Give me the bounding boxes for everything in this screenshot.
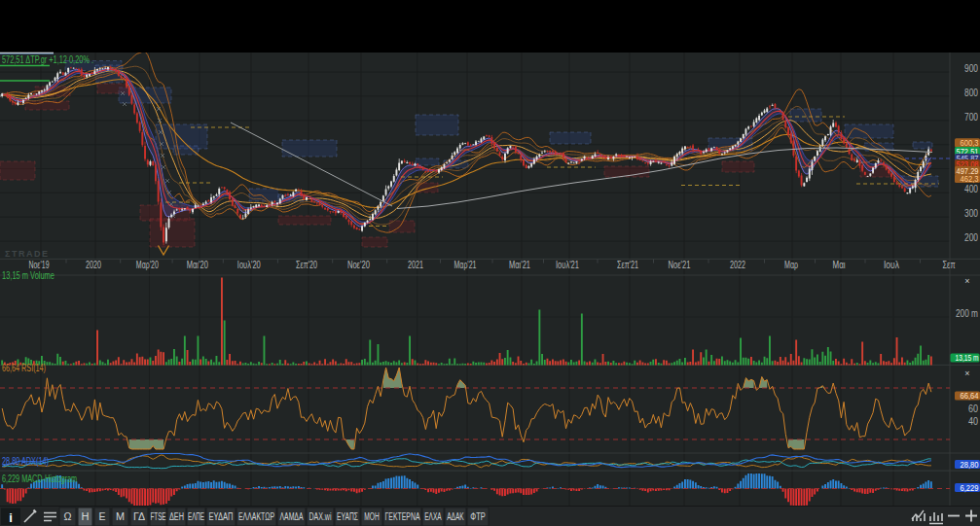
svg-text:Μαρ'21: Μαρ'21 bbox=[454, 260, 477, 270]
svg-text:i: i bbox=[9, 510, 13, 525]
svg-text:×: × bbox=[964, 368, 969, 378]
svg-text:ΔΕΗ: ΔΕΗ bbox=[169, 511, 184, 522]
svg-text:6,229 MACD-Histogram: 6,229 MACD-Histogram bbox=[2, 473, 77, 484]
svg-text:300: 300 bbox=[964, 208, 978, 219]
svg-text:28,80 ADX(14): 28,80 ADX(14) bbox=[2, 456, 49, 467]
svg-text:2022: 2022 bbox=[730, 260, 745, 270]
svg-text:ΓΔ: ΓΔ bbox=[133, 511, 145, 522]
svg-text:400: 400 bbox=[964, 184, 978, 194]
svg-text:Μαι'20: Μαι'20 bbox=[187, 260, 208, 270]
svg-text:Ω: Ω bbox=[64, 511, 73, 522]
svg-text:ΦΤΡ: ΦΤΡ bbox=[470, 511, 486, 522]
svg-text:800: 800 bbox=[964, 88, 978, 98]
svg-text:ΓΕΚΤΕΡΝΑ: ΓΕΚΤΕΡΝΑ bbox=[385, 511, 420, 522]
svg-text:200: 200 bbox=[964, 232, 978, 243]
svg-text:ΕΥΑΠΣ: ΕΥΑΠΣ bbox=[337, 511, 358, 522]
svg-text:66,64: 66,64 bbox=[961, 391, 979, 401]
svg-text:ΕΛΠΕ: ΕΛΠΕ bbox=[188, 511, 204, 522]
svg-text:ΕΛΛΑΚΤΩΡ: ΕΛΛΑΚΤΩΡ bbox=[238, 511, 274, 522]
svg-text:Σεπ'21: Σεπ'21 bbox=[617, 260, 638, 270]
svg-text:ΑΔΑΚ: ΑΔΑΚ bbox=[447, 511, 464, 522]
svg-text:Μαρ'20: Μαρ'20 bbox=[136, 260, 159, 270]
svg-text:ΕΥΔΑΠ: ΕΥΔΑΠ bbox=[209, 511, 234, 522]
svg-text:Ιουλ: Ιουλ bbox=[884, 260, 899, 270]
svg-text:13,15 m Volume: 13,15 m Volume bbox=[2, 270, 54, 281]
svg-text:E: E bbox=[99, 511, 106, 522]
svg-text:Ιουλ'21: Ιουλ'21 bbox=[556, 260, 579, 270]
svg-text:572,51 ΔTP.gr +1,12 0,20% .: 572,51 ΔTP.gr +1,12 0,20% . bbox=[2, 54, 93, 65]
svg-text:Σεπ'20: Σεπ'20 bbox=[296, 260, 317, 270]
svg-text:H: H bbox=[82, 511, 90, 522]
svg-text:462,3: 462,3 bbox=[961, 174, 979, 184]
svg-text:ΜΟΗ: ΜΟΗ bbox=[364, 511, 380, 522]
svg-text:ΣTRADE: ΣTRADE bbox=[5, 249, 49, 259]
svg-text:13,15 m: 13,15 m bbox=[956, 353, 979, 363]
svg-text:ΛΑΜΔΑ: ΛΑΜΔΑ bbox=[280, 511, 304, 522]
svg-text:Μαι: Μαι bbox=[833, 260, 846, 270]
svg-text:6,229: 6,229 bbox=[961, 483, 979, 493]
svg-text:DAX.wi: DAX.wi bbox=[309, 511, 332, 522]
svg-text:28,80: 28,80 bbox=[961, 460, 979, 470]
svg-text:200 m: 200 m bbox=[956, 308, 978, 319]
svg-text:×: × bbox=[964, 276, 969, 286]
svg-text:Ιουλ'20: Ιουλ'20 bbox=[237, 260, 261, 270]
svg-text:700: 700 bbox=[964, 112, 978, 123]
svg-text:2020: 2020 bbox=[86, 260, 101, 270]
svg-text:40: 40 bbox=[968, 416, 978, 427]
svg-text:Μαρ: Μαρ bbox=[784, 260, 798, 270]
svg-text:Νοε'21: Νοε'21 bbox=[669, 260, 691, 270]
svg-text:900: 900 bbox=[964, 63, 978, 74]
svg-text:ΕΛΧΑ: ΕΛΧΑ bbox=[424, 511, 442, 522]
svg-text:Νοε'19: Νοε'19 bbox=[29, 260, 50, 270]
svg-text:Νοε'20: Νοε'20 bbox=[347, 260, 370, 270]
svg-text:2021: 2021 bbox=[408, 260, 423, 270]
svg-text:FTSE: FTSE bbox=[151, 511, 166, 522]
svg-text:60: 60 bbox=[968, 403, 978, 414]
svg-text:Σεπ: Σεπ bbox=[943, 260, 956, 270]
svg-text:M: M bbox=[116, 511, 125, 522]
svg-text:66,64 RSI(14): 66,64 RSI(14) bbox=[2, 363, 46, 373]
svg-text:Μαι'21: Μαι'21 bbox=[509, 260, 530, 270]
